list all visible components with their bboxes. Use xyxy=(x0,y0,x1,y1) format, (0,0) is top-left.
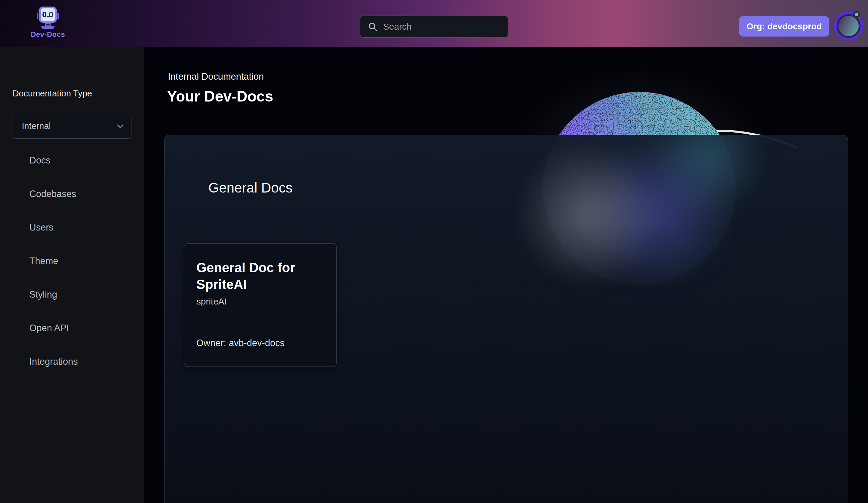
doc-card[interactable]: General Doc for SpriteAIspriteAIOwner: a… xyxy=(184,243,337,367)
avatar-image xyxy=(837,14,860,38)
page-title: Your Dev-Docs xyxy=(167,88,273,105)
top-header: Dev-Docs Org: devdocsprod xyxy=(0,0,868,47)
doc-type-select[interactable]: Internal xyxy=(12,114,132,138)
docs-card-list: General Doc for SpriteAIspriteAIOwner: a… xyxy=(184,243,337,367)
sidebar-item-docs[interactable]: Docs xyxy=(0,144,144,177)
panel-heading: General Docs xyxy=(208,179,292,196)
doc-card-title: General Doc for SpriteAI xyxy=(196,259,324,293)
sidebar-nav: DocsCodebasesUsersThemeStylingOpen APIIn… xyxy=(0,144,144,378)
sidebar-item-integrations[interactable]: Integrations xyxy=(0,345,144,378)
logo-text: Dev-Docs xyxy=(31,30,65,39)
robot-logo-icon xyxy=(38,7,58,29)
sidebar-item-users[interactable]: Users xyxy=(0,211,144,244)
doc-card-owner: Owner: avb-dev-docs xyxy=(196,338,324,349)
doc-type-select-value: Internal xyxy=(22,121,51,131)
search-input[interactable] xyxy=(383,22,500,32)
chevron-down-icon xyxy=(117,122,123,128)
sidebar: Documentation Type Internal DocsCodebase… xyxy=(0,47,144,503)
main-content: Internal Documentation Your Dev-Docs Gen… xyxy=(144,47,868,503)
doc-card-subtitle: spriteAI xyxy=(196,296,324,307)
sidebar-item-codebases[interactable]: Codebases xyxy=(0,177,144,211)
search-icon xyxy=(368,22,378,32)
doc-type-label: Documentation Type xyxy=(12,89,92,99)
sidebar-item-styling[interactable]: Styling xyxy=(0,278,144,311)
search-bar[interactable] xyxy=(360,16,508,38)
page-eyebrow: Internal Documentation xyxy=(168,71,264,82)
org-button[interactable]: Org: devdocsprod xyxy=(739,16,829,37)
avatar[interactable] xyxy=(834,12,863,40)
app-logo[interactable]: Dev-Docs xyxy=(30,7,66,39)
sidebar-item-open-api[interactable]: Open API xyxy=(0,311,144,345)
panel-glow-blob xyxy=(509,135,848,375)
sidebar-item-theme[interactable]: Theme xyxy=(0,244,144,278)
docs-panel: General Docs General Doc for SpriteAIspr… xyxy=(164,135,848,503)
online-status-dot xyxy=(853,11,860,18)
